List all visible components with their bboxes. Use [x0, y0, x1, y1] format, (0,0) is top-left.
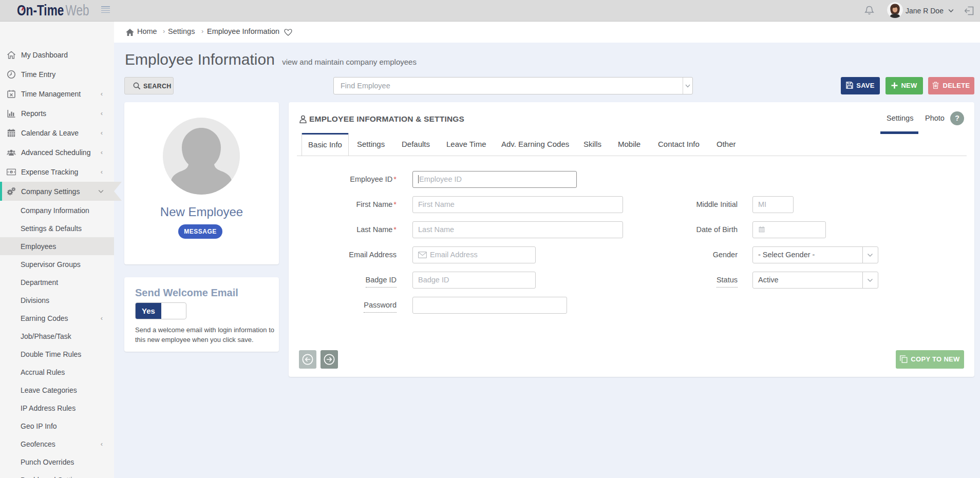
- svg-text:1: 1: [10, 170, 12, 174]
